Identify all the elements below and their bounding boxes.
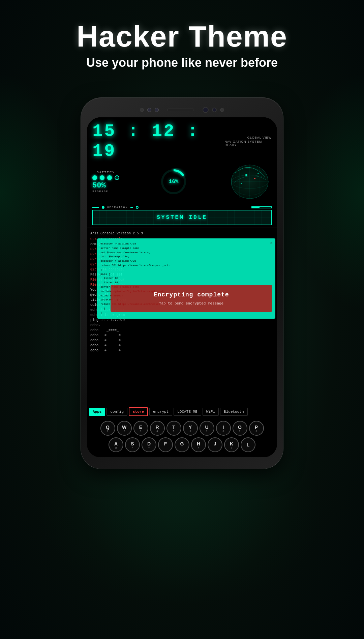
svg-point-9	[245, 174, 247, 176]
battery-dot-1	[92, 175, 97, 180]
popup-overlay[interactable]: ✕ execute'-> action://38 server_name exa…	[97, 238, 275, 319]
key-p[interactable]: P0	[249, 421, 264, 436]
console-line-22: echo # #	[90, 343, 274, 348]
top-right-labels: GLOBAL VIEW NAVIGATION SYSTEM READY	[224, 136, 272, 147]
system-idle-box: SYSTEM IDLE	[92, 210, 272, 225]
key-t[interactable]: T5	[166, 421, 181, 436]
svg-point-11	[241, 183, 242, 184]
phone-camera-main	[203, 107, 209, 113]
tab-config[interactable]: config	[107, 408, 127, 416]
svg-point-12	[257, 173, 259, 174]
battery-storage-row: BATTERY 50% STORAGE	[92, 163, 272, 200]
battery-percent: 16%	[169, 179, 179, 185]
operation-section: OPERATION SYSTEM IDLE	[92, 206, 272, 225]
console-line-21: echo # #	[90, 338, 274, 343]
battery-dot-3	[107, 175, 112, 180]
globe-area	[228, 163, 272, 200]
key-f[interactable]: F-	[158, 437, 173, 452]
battery-circle: 16%	[160, 168, 187, 195]
op-dash-1	[92, 207, 99, 208]
phone-speaker	[167, 109, 194, 111]
phone-dot-4	[220, 108, 224, 112]
globe-svg	[228, 163, 272, 200]
key-d[interactable]: D+	[142, 437, 156, 452]
keyboard-area: Q1 W2 E3 R4 T5 Y6 U7 I8 O9 P0 A@ S*	[87, 419, 277, 457]
time-row: 15 : 12 : 19 GLOBAL VIEW NAVIGATION SYST…	[92, 121, 272, 161]
key-i[interactable]: I8	[216, 421, 231, 436]
phone-top-bar	[87, 104, 277, 116]
console-line-18: echo.	[90, 323, 274, 328]
op-dash-2	[130, 207, 133, 208]
key-a[interactable]: A@	[109, 437, 123, 452]
key-o[interactable]: O9	[233, 421, 247, 436]
key-j[interactable]: J(	[208, 437, 222, 452]
operation-progress-bar	[251, 206, 272, 208]
phone-dot-1	[140, 108, 144, 112]
keyboard-row-1: Q1 W2 E3 R4 T5 Y6 U7 I8 O9 P0	[90, 421, 274, 436]
key-s[interactable]: S*	[125, 437, 140, 452]
operation-label: OPERATION	[107, 206, 128, 209]
op-dot-1	[102, 206, 104, 209]
console-line-19: echo _####_	[90, 328, 274, 333]
tab-locate[interactable]: LOCATE ME	[174, 408, 201, 416]
phone-dot-3	[155, 108, 159, 112]
console-version: Aris Console version 2.5.3	[90, 231, 274, 236]
nav-ready-label: NAVIGATION SYSTEM READY	[224, 140, 272, 147]
key-y[interactable]: Y6	[183, 421, 198, 436]
operation-progress-fill	[252, 207, 260, 208]
encrypt-title: Encrypting complete	[116, 290, 267, 299]
encrypt-popup[interactable]: Encrypting complete Tap to pend encrypte…	[111, 285, 272, 312]
key-r[interactable]: R4	[150, 421, 165, 436]
header-section: Hacker Theme Use your phone like never b…	[0, 20, 364, 70]
tab-encrypt[interactable]: encrypt	[149, 408, 172, 416]
tab-store[interactable]: store	[129, 407, 148, 416]
tab-bar: Apps config store encrypt LOCATE ME WiFi…	[87, 405, 277, 419]
console-line-23: echo # #	[90, 348, 274, 353]
tab-wifi[interactable]: WiFi	[203, 408, 219, 416]
battery-dot-4	[115, 175, 119, 180]
svg-point-10	[254, 178, 255, 179]
encrypt-subtitle: Tap to pend encrypted message	[116, 301, 267, 307]
phone-wrapper: 15 : 12 : 19 GLOBAL VIEW NAVIGATION SYST…	[81, 98, 283, 469]
phone-camera-secondary	[212, 108, 217, 112]
key-u[interactable]: U7	[200, 421, 214, 436]
tab-apps[interactable]: Apps	[89, 408, 105, 416]
op-dot-2	[136, 206, 139, 209]
key-k[interactable]: K)	[224, 437, 239, 452]
phone-outer: 15 : 12 : 19 GLOBAL VIEW NAVIGATION SYST…	[81, 98, 283, 469]
phone-dot-2	[147, 108, 151, 112]
storage-section: BATTERY 50% STORAGE	[92, 171, 119, 193]
key-q[interactable]: Q1	[100, 421, 115, 436]
header-title: Hacker Theme	[0, 20, 364, 53]
battery-label: BATTERY	[92, 171, 119, 174]
battery-dot-2	[100, 175, 104, 180]
header-subtitle: Use your phone like never before	[0, 56, 364, 70]
tab-bluetooth[interactable]: Bluetooth	[220, 408, 247, 416]
popup-close-button[interactable]: ✕	[270, 240, 273, 246]
operation-label-row: OPERATION	[92, 206, 272, 209]
global-view-label: GLOBAL VIEW	[247, 136, 272, 139]
console-area: Aris Console version 2.5.3 02:37:07 cons…	[87, 228, 277, 405]
widget-area: 15 : 12 : 19 GLOBAL VIEW NAVIGATION SYST…	[87, 117, 277, 203]
key-g[interactable]: G/	[175, 437, 189, 452]
key-e[interactable]: E3	[133, 421, 148, 436]
screen-content: 15 : 12 : 19 GLOBAL VIEW NAVIGATION SYST…	[87, 117, 277, 457]
key-w[interactable]: W2	[117, 421, 132, 436]
console-line-20: echo # #	[90, 333, 274, 338]
key-l[interactable]: L	[241, 437, 255, 452]
time-display: 15 : 12 : 19	[92, 121, 224, 161]
storage-value: 50%	[92, 181, 119, 190]
key-h[interactable]: H#	[191, 437, 206, 452]
storage-label: STORAGE	[92, 190, 119, 193]
keyboard-row-2: A@ S* D+ F- G/ H# J( K) L	[90, 437, 274, 452]
battery-dots	[92, 175, 119, 180]
grid-lines	[93, 210, 271, 225]
phone-screen: 15 : 12 : 19 GLOBAL VIEW NAVIGATION SYST…	[87, 117, 277, 457]
